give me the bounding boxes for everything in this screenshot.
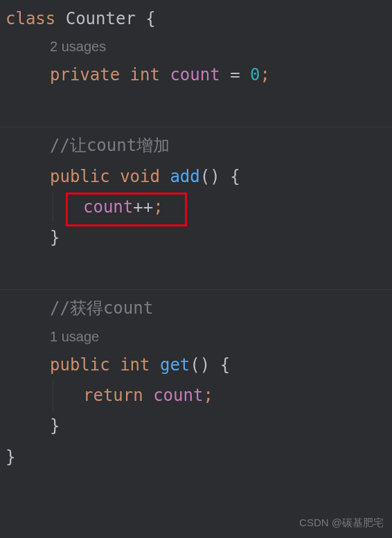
semicolon: ;	[260, 65, 269, 84]
keyword-public: public	[50, 167, 110, 186]
code-line-method-get: public int get() {	[0, 350, 392, 380]
code-line-close-brace: }	[0, 411, 392, 441]
type-int: int	[130, 65, 160, 84]
code-line-close-brace: }	[0, 222, 392, 253]
close-brace: }	[50, 228, 60, 247]
blank-line	[0, 91, 392, 121]
code-line-comment: //让count增加	[0, 130, 392, 161]
method-separator	[0, 289, 392, 290]
number-zero: 0	[250, 65, 260, 84]
field-count-ref: count	[83, 197, 133, 217]
method-separator	[0, 127, 392, 127]
method-get: get	[160, 355, 190, 375]
keyword-public: public	[50, 355, 110, 375]
watermark-text: CSDN @碳基肥宅	[299, 513, 384, 532]
close-brace: }	[6, 447, 15, 467]
code-line-field-decl: private int count = 0;	[0, 60, 392, 90]
method-add: add	[170, 167, 199, 186]
open-brace: {	[230, 167, 240, 186]
comment-text: //获得count	[50, 298, 153, 318]
keyword-void: void	[120, 167, 160, 186]
type-int: int	[120, 355, 150, 375]
code-line-comment: //获得count	[0, 293, 392, 323]
equals-op: =	[230, 65, 240, 84]
semicolon: ;	[153, 197, 163, 217]
keyword-return: return	[83, 386, 143, 405]
code-line-class-decl: class Counter {	[0, 3, 392, 34]
keyword-private: private	[50, 65, 120, 84]
field-count-ref: count	[153, 386, 203, 405]
increment-op: ++	[133, 197, 153, 217]
code-line-close-brace: }	[0, 442, 392, 472]
blank-line	[0, 253, 392, 284]
usages-hint[interactable]: 2 usages	[0, 34, 392, 60]
class-name: Counter	[66, 9, 136, 28]
code-line-method-add: public void add() {	[0, 161, 392, 192]
semicolon: ;	[203, 386, 213, 405]
usages-hint[interactable]: 1 usage	[0, 324, 392, 350]
parens: ()	[200, 167, 220, 186]
open-brace: {	[145, 9, 155, 28]
code-editor[interactable]: class Counter { 2 usages private int cou…	[0, 0, 392, 476]
keyword-class: class	[6, 9, 55, 28]
comment-text: //让count增加	[50, 136, 170, 155]
close-brace: }	[50, 416, 60, 436]
open-brace: {	[220, 355, 230, 375]
field-count: count	[170, 65, 220, 84]
parens: ()	[190, 355, 210, 375]
code-line-increment: count++;	[0, 192, 392, 222]
code-line-return: return count;	[0, 380, 392, 411]
